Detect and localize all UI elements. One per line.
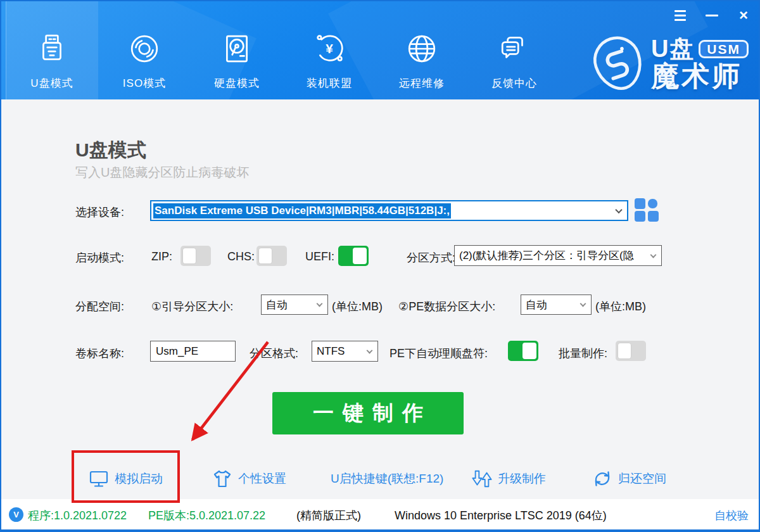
space-label: 分配空间:: [75, 299, 124, 314]
tab-label: ISO模式: [123, 76, 166, 91]
upgrade-make-link[interactable]: 升级制作: [472, 466, 546, 492]
menu-icon[interactable]: [673, 8, 688, 23]
batch-toggle[interactable]: [616, 341, 646, 361]
boot-mode-label: 启动模式:: [75, 250, 124, 265]
usb-drive-icon: [36, 33, 68, 76]
simulate-boot-link[interactable]: 模拟启动: [89, 466, 163, 492]
tab-remote-repair[interactable]: 远程维修: [376, 1, 468, 99]
app-window: U盘模式 ISO模式: [0, 0, 760, 532]
tab-label: 装机联盟: [307, 76, 352, 91]
footer-link-label: 个性设置: [238, 471, 286, 487]
tab-feedback-center[interactable]: 反馈中心: [468, 1, 560, 99]
chevron-down-icon: [367, 347, 373, 353]
header-bar: U盘模式 ISO模式: [1, 1, 759, 99]
boot-size-label: ①引导分区大小:: [151, 299, 233, 314]
tab-label: 硬盘模式: [214, 76, 260, 91]
volume-label: 卷标名称:: [75, 346, 124, 361]
volume-name-value: Usm_PE: [156, 345, 198, 358]
tab-label: 远程维修: [399, 76, 445, 91]
format-select[interactable]: NTFS: [312, 341, 378, 362]
pe-size-value: 自动: [526, 298, 547, 312]
up-down-arrows-icon: [472, 469, 492, 489]
pe-size-label: ②PE数据分区大小:: [398, 299, 495, 314]
restore-space-link[interactable]: 归还空间: [592, 466, 666, 492]
minimize-icon[interactable]: [704, 8, 719, 23]
zip-label: ZIP:: [151, 250, 172, 263]
chs-label: CHS:: [227, 250, 255, 263]
main-content: U盘模式 写入U盘隐藏分区防止病毒破坏 选择设备: SanDisk Extrem…: [1, 99, 759, 499]
personal-settings-link[interactable]: 个性设置: [212, 466, 286, 492]
boot-size-value: 自动: [266, 298, 288, 312]
page-title: U盘模式: [75, 137, 146, 163]
tab-label: U盘模式: [30, 76, 73, 91]
pe-version: PE版本:5.0.2021.07.22: [148, 508, 265, 523]
window-controls: ×: [673, 8, 751, 23]
tab-label: 反馈中心: [491, 76, 537, 91]
self-verify-link[interactable]: 自校验: [714, 508, 749, 523]
boot-size-select[interactable]: 自动: [261, 294, 328, 315]
one-key-make-button[interactable]: 一键制作: [272, 392, 464, 434]
edition-label: (精简版正式): [296, 508, 361, 523]
footer-link-label: 归还空间: [618, 471, 666, 487]
logo-usm-badge: USM: [699, 40, 749, 58]
hard-disk-icon: [221, 33, 253, 76]
boot-size-unit: (单位:MB): [332, 299, 383, 314]
chevron-down-icon: [615, 206, 622, 213]
chevron-down-icon: [580, 301, 586, 307]
globe-icon: [406, 33, 438, 76]
main-nav: U盘模式 ISO模式: [6, 1, 560, 99]
device-select-value: SanDisk Extreme USB Device|RM3|MBR|58.44…: [153, 203, 451, 218]
chat-bubbles-icon: [498, 33, 530, 76]
page-subtitle: 写入U盘隐藏分区防止病毒破坏: [75, 164, 249, 181]
chs-toggle[interactable]: [256, 246, 287, 266]
tidy-toggle[interactable]: [508, 341, 538, 361]
disc-icon: [129, 33, 160, 76]
version-badge: V: [9, 507, 23, 522]
app-logo: U盘 USM 魔术师: [589, 32, 749, 95]
tshirt-icon: [212, 469, 232, 489]
tab-install-alliance[interactable]: ¥ 装机联盟: [283, 1, 376, 99]
partition-scheme-select[interactable]: (2)(默认推荐)三个分区：引导分区(隐: [454, 245, 662, 266]
logo-text-line1: U盘: [651, 37, 695, 61]
monitor-icon: [89, 469, 109, 489]
tab-harddisk-mode[interactable]: 硬盘模式: [191, 1, 283, 99]
volume-name-input[interactable]: Usm_PE: [150, 341, 236, 362]
pe-size-unit: (单位:MB): [595, 299, 646, 314]
pe-size-select[interactable]: 自动: [521, 294, 592, 315]
footer-link-label: U启快捷键(联想:F12): [331, 471, 443, 487]
logo-text-line2: 魔术师: [651, 62, 749, 90]
format-label: 分区格式:: [250, 346, 298, 361]
format-value: NTFS: [317, 345, 345, 358]
boot-hotkey-link[interactable]: U启快捷键(联想:F12): [331, 466, 443, 492]
device-select[interactable]: SanDisk Extreme USB Device|RM3|MBR|58.44…: [150, 200, 628, 221]
recycle-icon: [592, 469, 612, 489]
uefi-toggle[interactable]: [338, 246, 369, 266]
yen-circle-icon: ¥: [314, 33, 345, 76]
chevron-down-icon: [317, 301, 323, 307]
partition-scheme-value: (2)(默认推荐)三个分区：引导分区(隐: [459, 248, 634, 263]
device-grid-button[interactable]: [635, 198, 659, 222]
program-version: 程序:1.0.2021.0722: [28, 508, 127, 523]
tab-iso-mode[interactable]: ISO模式: [98, 1, 191, 99]
tidy-label: PE下自动理顺盘符:: [390, 346, 488, 361]
footer-link-label: 升级制作: [498, 471, 546, 487]
zip-toggle[interactable]: [180, 246, 211, 266]
status-bar: V 程序:1.0.2021.0722 PE版本:5.0.2021.07.22 (…: [1, 499, 759, 529]
chevron-down-icon: [650, 251, 657, 258]
os-label: Windows 10 Enterprise LTSC 2019 (64位): [395, 508, 607, 523]
footer-link-label: 模拟启动: [115, 471, 163, 487]
tab-usb-mode[interactable]: U盘模式: [6, 1, 98, 99]
batch-label: 批量制作:: [559, 346, 607, 361]
svg-text:¥: ¥: [326, 41, 333, 56]
device-label: 选择设备:: [75, 205, 124, 220]
uefi-label: UEFI:: [305, 250, 334, 263]
close-icon[interactable]: ×: [736, 8, 751, 23]
partition-scheme-label: 分区方式:: [407, 250, 455, 265]
logo-shield-icon: [589, 32, 647, 95]
